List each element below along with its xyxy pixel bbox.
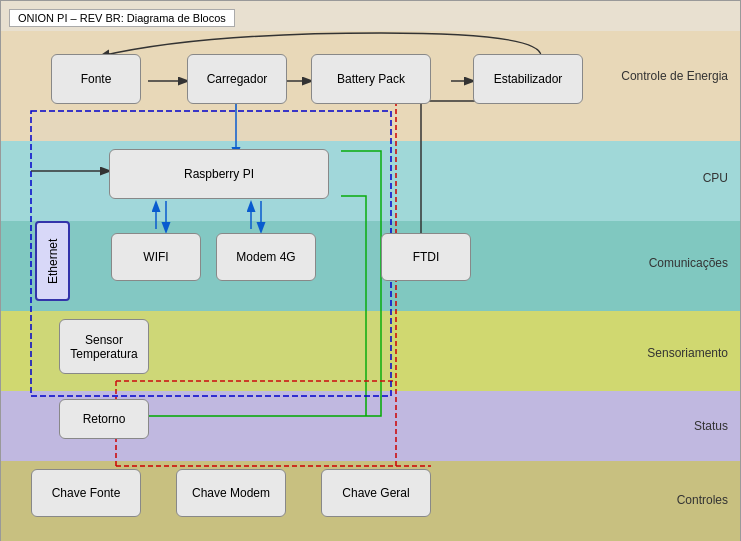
zone-status-label: Status (694, 419, 728, 433)
title-bar: ONION PI – REV BR: Diagrama de Blocos (9, 9, 235, 27)
chave-geral-block: Chave Geral (321, 469, 431, 517)
wifi-block: WIFI (111, 233, 201, 281)
fonte-block: Fonte (51, 54, 141, 104)
retorno-block: Retorno (59, 399, 149, 439)
battery-pack-block: Battery Pack (311, 54, 431, 104)
title-text: ONION PI – REV BR: Diagrama de Blocos (18, 12, 226, 24)
sensor-temperatura-block: Sensor Temperatura (59, 319, 149, 374)
zone-energia-label: Controle de Energia (621, 69, 728, 83)
chave-fonte-block: Chave Fonte (31, 469, 141, 517)
zone-controles-label: Controles (677, 493, 728, 507)
zone-comunicacoes-label: Comunicações (649, 256, 728, 270)
diagram-container: Controle de Energia CPU Comunicações Sen… (0, 0, 741, 541)
estabilizador-block: Estabilizador (473, 54, 583, 104)
modem-4g-block: Modem 4G (216, 233, 316, 281)
raspberry-pi-block: Raspberry PI (109, 149, 329, 199)
ethernet-block: Ethernet (35, 221, 70, 301)
zone-cpu-label: CPU (703, 171, 728, 185)
ftdi-block: FTDI (381, 233, 471, 281)
carregador-block: Carregador (187, 54, 287, 104)
chave-modem-block: Chave Modem (176, 469, 286, 517)
zone-sensoriamento-label: Sensoriamento (647, 346, 728, 360)
